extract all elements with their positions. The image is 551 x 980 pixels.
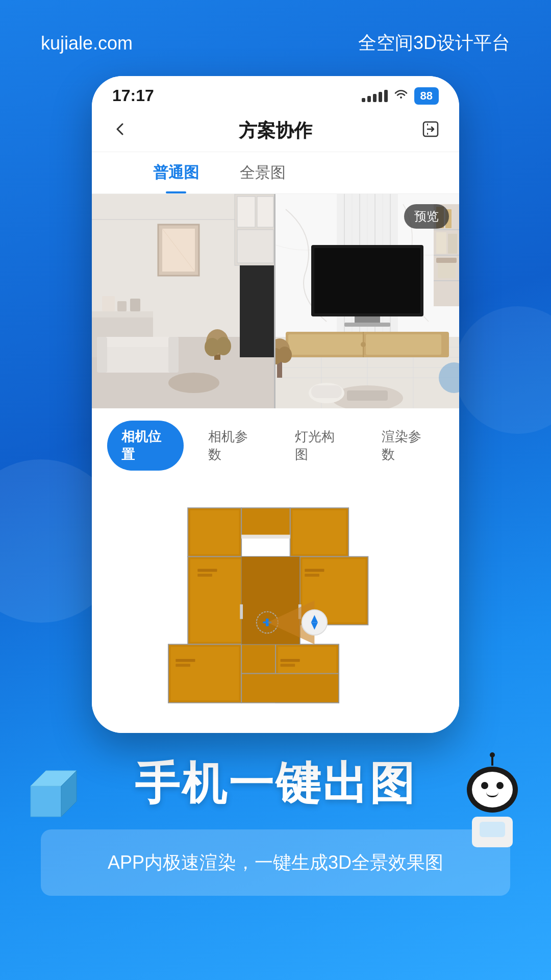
svg-rect-7	[237, 230, 273, 263]
nav-bar: 方案协作	[92, 110, 459, 152]
status-icons: 88	[362, 87, 439, 105]
svg-rect-99	[197, 574, 212, 577]
subtitle-text: APP内极速渲染，一键生成3D全景效果图	[71, 848, 480, 877]
svg-rect-46	[355, 316, 380, 324]
robot-eye-right	[496, 782, 504, 789]
svg-point-66	[278, 347, 292, 363]
left-room-svg	[92, 194, 276, 408]
svg-rect-59	[436, 232, 446, 254]
svg-rect-10	[92, 311, 153, 317]
room-preview: 预览	[92, 194, 459, 408]
svg-rect-5	[237, 197, 255, 227]
preview-image	[92, 194, 459, 408]
preview-left-room	[92, 194, 276, 408]
robot-body	[472, 817, 513, 847]
back-arrow-icon[interactable]	[112, 120, 129, 142]
render-params-tab[interactable]: 渲染参数	[367, 421, 444, 471]
svg-rect-90	[240, 604, 243, 619]
svg-rect-12	[117, 301, 127, 311]
page-header: kujiale.com 全空间3D设计平台	[0, 0, 551, 76]
robot-mouth	[486, 792, 498, 797]
svg-rect-68	[347, 390, 388, 401]
svg-rect-87	[241, 674, 339, 703]
svg-rect-60	[448, 234, 457, 254]
floor-plan	[92, 483, 459, 733]
robot-antenna	[491, 755, 493, 766]
svg-rect-77	[241, 508, 290, 537]
camera-tabs: 相机位置 相机参数 灯光构图 渲染参数	[92, 408, 459, 483]
camera-position-tab[interactable]: 相机位置	[107, 421, 184, 471]
svg-rect-61	[436, 258, 457, 263]
svg-rect-18	[97, 337, 179, 347]
tab-normal-view[interactable]: 普通图	[133, 152, 219, 193]
robot-head	[467, 767, 518, 813]
svg-rect-11	[102, 296, 115, 311]
svg-rect-49	[288, 334, 364, 355]
nav-title: 方案协作	[239, 118, 312, 143]
svg-rect-104	[281, 659, 300, 662]
share-icon[interactable]	[422, 121, 439, 141]
battery-badge: 88	[414, 87, 439, 105]
svg-rect-89	[241, 535, 290, 539]
svg-rect-45	[314, 248, 420, 313]
camera-params-tab[interactable]: 相机参数	[194, 421, 270, 471]
subtitle-box: APP内极速渲染，一键生成3D全景效果图	[41, 829, 510, 896]
svg-rect-19	[97, 337, 107, 373]
logo-text: kujiale.com	[41, 33, 133, 54]
robot-mascot	[459, 755, 525, 832]
svg-rect-47	[344, 323, 390, 327]
status-bar: 17:17 88	[92, 76, 459, 110]
svg-rect-105	[281, 664, 295, 667]
preview-badge[interactable]: 预览	[404, 204, 449, 229]
svg-rect-102	[176, 659, 195, 662]
cube-decoration	[15, 755, 92, 827]
svg-marker-106	[31, 786, 61, 817]
robot-eye-left	[481, 782, 488, 789]
svg-rect-101	[305, 574, 319, 577]
svg-rect-50	[366, 334, 441, 355]
svg-rect-62	[438, 263, 456, 278]
floor-plan-svg	[133, 498, 418, 713]
svg-rect-76	[292, 510, 346, 554]
svg-rect-20	[168, 337, 179, 373]
svg-rect-74	[190, 510, 239, 554]
svg-rect-83	[171, 647, 239, 700]
svg-rect-6	[257, 197, 273, 227]
svg-point-21	[168, 373, 219, 393]
svg-rect-8	[240, 265, 276, 357]
cube-icon	[15, 755, 92, 827]
robot-face	[472, 772, 513, 807]
svg-rect-103	[176, 664, 190, 667]
header-slogan: 全空间3D设计平台	[358, 31, 510, 56]
robot-body-screen	[480, 822, 505, 837]
lighting-tab[interactable]: 灯光构图	[281, 421, 357, 471]
status-time: 17:17	[112, 86, 154, 105]
signal-icon	[362, 90, 388, 102]
svg-rect-71	[311, 385, 342, 398]
svg-rect-13	[130, 299, 140, 311]
main-title: 手机一键出图	[31, 753, 520, 814]
svg-rect-100	[305, 569, 324, 572]
svg-rect-98	[197, 569, 217, 572]
wifi-icon	[394, 88, 408, 104]
robot-eyes	[481, 782, 504, 789]
tab-panorama-view[interactable]: 全景图	[219, 152, 306, 193]
phone-mockup: 17:17 88 方案协作	[92, 76, 459, 733]
tab-bar: 普通图 全景图	[92, 152, 459, 194]
svg-rect-86	[241, 644, 276, 673]
svg-point-25	[216, 337, 231, 355]
